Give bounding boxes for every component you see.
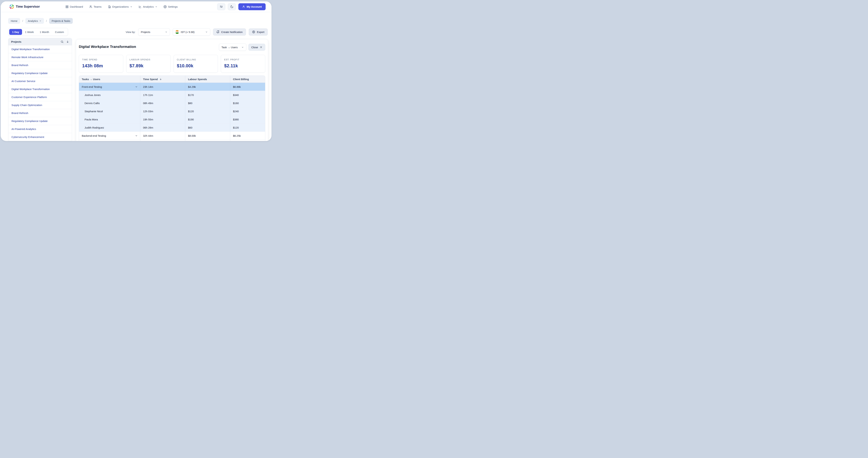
breadcrumb: Home / Analytics / Projects & Tasks — [8, 18, 73, 24]
project-list-item[interactable]: Digital Workplace Transformation — [8, 85, 72, 93]
dark-mode-toggle[interactable] — [228, 3, 236, 10]
row-name: Backend-end Testing — [82, 134, 106, 137]
range-tab[interactable]: 1 Month — [37, 29, 52, 35]
row-time-spend-cell: 32h 44m — [140, 132, 185, 140]
stat-label: TIME SPEND — [82, 59, 120, 61]
group-by-select[interactable]: Task → Users — [219, 43, 246, 51]
my-account-button[interactable]: My Account — [238, 3, 266, 10]
user-icon — [242, 5, 245, 8]
export-label: Export — [257, 31, 265, 33]
sort-desc-icon[interactable] — [159, 78, 162, 80]
nav-item-dashboard[interactable]: Dashboard — [65, 5, 83, 8]
project-list-item[interactable]: Regulatory Compliance Update — [8, 117, 72, 125]
search-icon[interactable] — [61, 40, 64, 43]
nav-item-settings[interactable]: Settings — [163, 5, 178, 8]
table-row[interactable]: Backend-end Testing 32h 44m $8.00k $6.25… — [79, 132, 265, 140]
column-header-client-billing[interactable]: Client Billing — [230, 76, 265, 83]
breadcrumb-label: Projects & Tasks — [52, 20, 70, 22]
moon-icon — [230, 5, 234, 8]
row-labour-spends-cell: $8.00k — [185, 132, 230, 140]
row-name: Stephanie Nicol — [85, 110, 103, 113]
breadcrumb-home[interactable]: Home — [8, 18, 20, 24]
range-tab[interactable]: 1 Day — [9, 29, 22, 35]
stat-label: EST. PROFIT — [224, 59, 262, 61]
project-list-item[interactable]: Cybersecurity Enhancement — [8, 133, 72, 141]
stat-value: $7.89k — [129, 63, 167, 68]
stat-card-client-billing: CLIENT BILLING $10.00k — [174, 55, 218, 73]
row-name-cell: Integration Testing — [79, 140, 140, 141]
project-list-item[interactable]: Regulatory Compliance Update — [8, 69, 72, 77]
row-time-spend-cell: 19h 55m — [140, 116, 185, 123]
table-row[interactable]: Stephanie Nicol 12h 03m $120 $240 — [79, 107, 265, 116]
row-client-billing-cell: $240 — [230, 107, 265, 115]
controls-right: View by: Projects IST (+ 5:30) — [126, 28, 268, 36]
column-header-time-spend[interactable]: Time Spend — [140, 76, 185, 83]
breadcrumb-label: Analytics — [28, 20, 38, 22]
stat-card-time-spend: TIME SPEND 143h 08m — [79, 55, 123, 73]
settings-gear-icon — [163, 5, 167, 8]
nav-item-analytics[interactable]: Analytics — [138, 5, 157, 8]
table-row[interactable]: Front-end Testing 23h 14m $4.29k $6.88k — [79, 83, 265, 91]
export-button[interactable]: Export — [249, 28, 268, 36]
column-header-tasks-users[interactable]: Tasks → Users — [79, 76, 140, 83]
close-panel-button[interactable]: Close — [248, 44, 265, 51]
breadcrumb-label: Home — [11, 20, 18, 22]
range-tab[interactable]: Custom — [52, 29, 67, 35]
breadcrumb-analytics[interactable]: Analytics — [25, 18, 44, 24]
breadcrumb-projects-tasks[interactable]: Projects & Tasks — [49, 18, 73, 24]
stat-card-est-profit: EST. PROFIT $2.11k — [221, 55, 265, 73]
chevron-down-icon — [155, 6, 157, 8]
analytics-chart-icon — [138, 5, 142, 8]
main-nav: Dashboard Teams Organizations — [65, 5, 178, 8]
project-list-item[interactable]: AI-Powered Analytics — [8, 125, 72, 133]
teams-icon — [89, 5, 92, 8]
create-notification-button[interactable]: Create Notification — [213, 28, 246, 36]
chevron-down-icon[interactable] — [135, 86, 138, 88]
controls-row: 1 Day1 Week1 MonthCustom View by: Projec… — [8, 28, 268, 36]
nav-item-teams[interactable]: Teams — [89, 5, 101, 8]
range-tab[interactable]: 1 Week — [22, 29, 37, 35]
chevron-down-icon[interactable] — [135, 134, 138, 137]
table-row[interactable]: Dennis Callis 08h 49m $80 $160 — [79, 99, 265, 107]
row-name: Front-end Testing — [82, 85, 102, 88]
project-list-item[interactable]: Supply Chain Optimization — [8, 101, 72, 109]
table-row[interactable]: Integration Testing 24h 16m $4.50k $5.90… — [79, 140, 265, 141]
column-header-labour-spends[interactable]: Labour Spends — [185, 76, 230, 83]
close-icon — [260, 46, 262, 48]
brand[interactable]: Time Supervisor — [9, 4, 40, 9]
row-client-billing-cell: $380 — [230, 116, 265, 123]
row-labour-spends-cell: $60 — [185, 124, 230, 131]
view-by-value: Projects — [141, 31, 150, 33]
project-list-item[interactable]: Digital Workplace Transformation — [8, 45, 72, 53]
dashboard-grid-icon — [65, 5, 69, 8]
row-time-spend-cell: 06h 28m — [140, 124, 185, 131]
nav-item-organizations[interactable]: Organizations — [108, 5, 132, 8]
tasks-users-table: Tasks → Users Time Spend Labour Spends C… — [79, 75, 265, 141]
stat-cards-row: TIME SPEND 143h 08m LABOUR SPENDS $7.89k… — [79, 55, 265, 73]
timezone-select[interactable]: IST (+ 5:30) — [173, 28, 210, 36]
table-row[interactable]: Joshua Jones 17h 11m $170 $340 — [79, 91, 265, 99]
chevron-down-icon — [165, 31, 167, 33]
detail-title: Digital Workplace Transformation — [79, 44, 136, 49]
project-list-item[interactable]: Brand Refresh — [8, 61, 72, 69]
row-time-spend-cell: 23h 14m — [140, 83, 185, 91]
table-row[interactable]: Paula Mora 19h 55m $190 $380 — [79, 116, 265, 124]
collapse-list-icon — [220, 5, 223, 8]
project-list-item[interactable]: AI Customer Service — [8, 77, 72, 85]
sort-arrow-down-icon[interactable] — [66, 40, 69, 43]
project-detail-panel: Digital Workplace Transformation Task → … — [76, 39, 268, 141]
detail-header: Digital Workplace Transformation Task → … — [79, 43, 265, 51]
project-list-item[interactable]: Remote Work Infrastructure — [8, 53, 72, 61]
collapse-list-button[interactable] — [217, 3, 225, 10]
row-name-cell: Paula Mora — [79, 116, 140, 123]
table-row[interactable]: Judith Rodriguez 06h 28m $60 $120 — [79, 124, 265, 132]
nav-label: Dashboard — [70, 5, 83, 8]
nav-label: Settings — [168, 5, 178, 8]
chevron-down-icon — [39, 20, 41, 22]
my-account-label: My Account — [247, 5, 262, 8]
project-list-item[interactable]: Customer Experience Platform — [8, 93, 72, 101]
top-actions: My Account — [217, 3, 266, 10]
view-by-select[interactable]: Projects — [138, 28, 170, 36]
row-name-cell: Joshua Jones — [79, 91, 140, 99]
project-list-item[interactable]: Brand Refresh — [8, 109, 72, 117]
